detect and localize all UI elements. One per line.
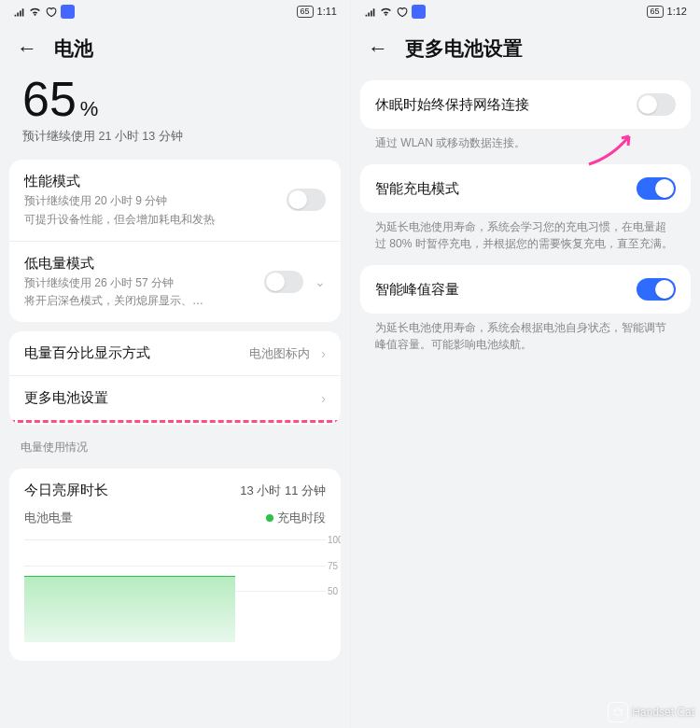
row-title: 智能充电模式 <box>375 180 625 198</box>
smart-charging-row[interactable]: 智能充电模式 <box>360 164 691 213</box>
chevron-right-icon: › <box>321 346 326 361</box>
usage-card: 今日亮屏时长 13 小时 11 分钟 电池电量 充电时段 100 75 50 <box>9 469 341 661</box>
row-title: 休眠时始终保持网络连接 <box>375 96 625 114</box>
y-tick: 100 <box>328 535 341 545</box>
y-tick: 50 <box>328 586 338 596</box>
phone-right: 65 1:12 ← 更多电池设置 休眠时始终保持网络连接 通过 WLAN 或移动… <box>350 0 700 728</box>
page-header: ← 电池 <box>0 22 350 71</box>
sleep-network-card: 休眠时始终保持网络连接 <box>360 80 691 129</box>
smart-charging-note: 为延长电池使用寿命，系统会学习您的充电习惯，在电量超过 80% 时暂停充电，并根… <box>351 213 700 256</box>
row-title: 电量百分比显示方式 <box>24 344 238 362</box>
signal-icon <box>364 6 376 18</box>
smart-peak-toggle[interactable] <box>637 278 676 301</box>
row-desc: 可提升设备性能，但会增加耗电和发热 <box>24 212 275 228</box>
status-bar: 65 1:12 <box>351 0 700 22</box>
keep-network-toggle[interactable] <box>637 93 676 116</box>
performance-mode-toggle[interactable] <box>287 189 326 211</box>
row-title: 低电量模式 <box>24 255 253 273</box>
row-desc: 将开启深色模式，关闭熄屏显示、… <box>24 293 253 309</box>
smart-charging-toggle[interactable] <box>637 177 676 200</box>
keep-network-on-sleep-row[interactable]: 休眠时始终保持网络连接 <box>360 80 691 129</box>
heart-icon <box>45 6 57 18</box>
battery-estimate: 预计继续使用 21 小时 13 分钟 <box>22 129 328 145</box>
chevron-down-icon[interactable]: ⌄ <box>315 274 326 289</box>
chart-series-label: 电池电量 <box>24 511 73 526</box>
low-power-mode-row[interactable]: 低电量模式 预计继续使用 26 小时 57 分钟 将开启深色模式，关闭熄屏显示、… <box>9 241 341 323</box>
percent-display-row[interactable]: 电量百分比显示方式 电池图标内 › <box>9 331 341 375</box>
y-tick: 75 <box>328 560 338 570</box>
row-title: 智能峰值容量 <box>375 281 625 299</box>
status-bar: 65 1:11 <box>0 0 350 22</box>
low-power-mode-toggle[interactable] <box>264 271 303 293</box>
page-title: 更多电池设置 <box>405 35 523 62</box>
wifi-icon <box>380 6 392 18</box>
back-icon[interactable]: ← <box>368 38 388 59</box>
row-value: 电池图标内 <box>249 345 310 362</box>
settings-card: 电量百分比显示方式 电池图标内 › 更多电池设置 › <box>9 331 341 425</box>
app-icon <box>412 5 426 19</box>
screen-time-label: 今日亮屏时长 <box>24 482 108 499</box>
back-icon[interactable]: ← <box>17 38 37 59</box>
smart-charging-card: 智能充电模式 <box>360 164 691 213</box>
modes-card: 性能模式 预计继续使用 20 小时 9 分钟 可提升设备性能，但会增加耗电和发热… <box>9 160 341 322</box>
smart-peak-note: 为延长电池使用寿命，系统会根据电池自身状态，智能调节峰值容量。可能影响电池续航。 <box>351 314 700 357</box>
phone-left: 65 1:11 ← 电池 65 % 预计继续使用 21 小时 13 分钟 性能模… <box>0 0 350 728</box>
signal-icon <box>13 6 25 18</box>
page-header: ← 更多电池设置 <box>351 22 700 71</box>
battery-indicator: 65 <box>647 6 664 18</box>
usage-section-label: 电量使用情况 <box>0 425 350 459</box>
clock: 1:12 <box>667 6 687 17</box>
row-title: 更多电池设置 <box>24 389 310 407</box>
row-subtitle: 预计继续使用 20 小时 9 分钟 <box>24 193 275 209</box>
clock: 1:11 <box>317 6 337 17</box>
battery-hero: 65 % 预计继续使用 21 小时 13 分钟 <box>0 71 350 150</box>
watermark: Handset Cat <box>608 702 694 722</box>
legend-dot-icon <box>266 514 273 522</box>
smart-peak-capacity-row[interactable]: 智能峰值容量 <box>360 265 691 314</box>
chart-legend: 充电时段 <box>266 511 326 526</box>
chart-area <box>24 576 235 643</box>
row-title: 性能模式 <box>24 173 275 190</box>
screen-time-value: 13 小时 11 分钟 <box>240 483 326 499</box>
chevron-right-icon: › <box>321 391 326 406</box>
smart-peak-card: 智能峰值容量 <box>360 265 691 314</box>
performance-mode-row[interactable]: 性能模式 预计继续使用 20 小时 9 分钟 可提升设备性能，但会增加耗电和发热 <box>9 160 341 241</box>
row-subtitle: 预计继续使用 26 小时 57 分钟 <box>24 275 253 291</box>
watermark-text: Handset Cat <box>632 706 694 719</box>
app-icon <box>61 5 75 19</box>
heart-icon <box>396 6 408 18</box>
percent-unit: % <box>80 97 99 121</box>
watermark-icon <box>608 702 628 722</box>
battery-chart[interactable]: 100 75 50 <box>24 539 326 642</box>
battery-percent: 65 <box>22 71 77 127</box>
more-battery-settings-row[interactable]: 更多电池设置 › <box>9 375 341 423</box>
wifi-icon <box>29 6 41 18</box>
page-title: 电池 <box>54 35 93 62</box>
battery-indicator: 65 <box>297 6 314 18</box>
keep-network-note: 通过 WLAN 或移动数据连接。 <box>351 129 700 155</box>
